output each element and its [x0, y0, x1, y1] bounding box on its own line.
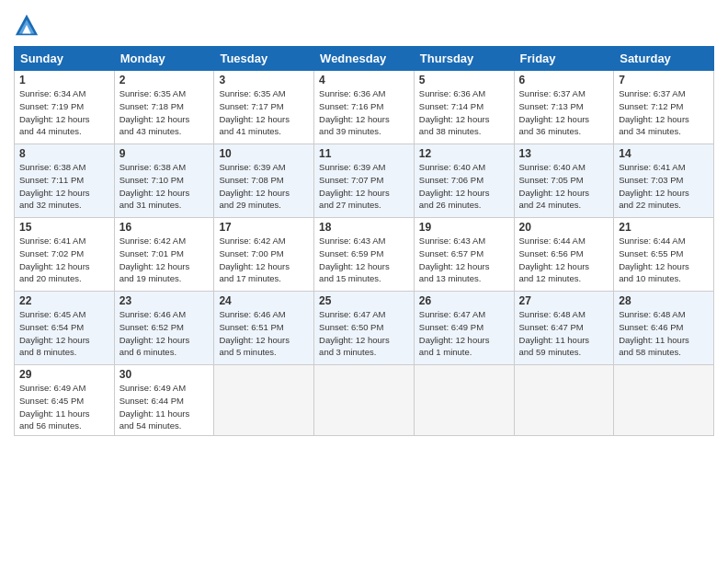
calendar-cell: 23Sunrise: 6:46 AMSunset: 6:52 PMDayligh… [114, 292, 214, 365]
day-info: Sunrise: 6:47 AMSunset: 6:50 PMDaylight:… [319, 308, 409, 359]
calendar-cell: 29Sunrise: 6:49 AMSunset: 6:45 PMDayligh… [15, 365, 115, 436]
calendar-cell: 25Sunrise: 6:47 AMSunset: 6:50 PMDayligh… [314, 292, 415, 365]
day-number: 20 [519, 221, 609, 234]
day-number: 13 [519, 147, 609, 160]
day-info: Sunrise: 6:43 AMSunset: 6:59 PMDaylight:… [319, 235, 409, 285]
calendar-cell: 8Sunrise: 6:38 AMSunset: 7:11 PMDaylight… [15, 144, 115, 218]
day-number: 5 [419, 74, 509, 86]
day-info: Sunrise: 6:41 AMSunset: 7:02 PMDaylight:… [19, 235, 109, 285]
day-number: 4 [319, 74, 409, 86]
day-number: 24 [219, 294, 309, 307]
calendar-week-row: 8Sunrise: 6:38 AMSunset: 7:11 PMDaylight… [15, 144, 714, 218]
calendar-cell: 16Sunrise: 6:42 AMSunset: 7:01 PMDayligh… [114, 218, 214, 292]
calendar-cell: 12Sunrise: 6:40 AMSunset: 7:06 PMDayligh… [414, 144, 514, 218]
day-info: Sunrise: 6:42 AMSunset: 7:01 PMDaylight:… [119, 235, 210, 285]
calendar-cell [414, 365, 514, 436]
day-number: 3 [219, 74, 309, 86]
calendar-cell: 3Sunrise: 6:35 AMSunset: 7:17 PMDaylight… [214, 71, 314, 144]
day-info: Sunrise: 6:37 AMSunset: 7:13 PMDaylight:… [519, 87, 609, 138]
day-info: Sunrise: 6:37 AMSunset: 7:12 PMDaylight:… [619, 87, 709, 138]
calendar-cell: 27Sunrise: 6:48 AMSunset: 6:47 PMDayligh… [514, 292, 614, 365]
day-number: 7 [619, 74, 709, 86]
day-number: 6 [519, 74, 609, 86]
day-number: 15 [19, 221, 109, 234]
calendar-cell: 22Sunrise: 6:45 AMSunset: 6:54 PMDayligh… [15, 292, 115, 365]
day-number: 23 [119, 294, 210, 307]
day-info: Sunrise: 6:47 AMSunset: 6:49 PMDaylight:… [419, 308, 509, 359]
day-info: Sunrise: 6:48 AMSunset: 6:47 PMDaylight:… [519, 308, 609, 359]
day-info: Sunrise: 6:39 AMSunset: 7:08 PMDaylight:… [219, 161, 309, 212]
day-info: Sunrise: 6:45 AMSunset: 6:54 PMDaylight:… [19, 308, 109, 359]
day-info: Sunrise: 6:34 AMSunset: 7:19 PMDaylight:… [19, 87, 109, 138]
calendar-week-row: 22Sunrise: 6:45 AMSunset: 6:54 PMDayligh… [15, 292, 714, 365]
day-number: 26 [419, 294, 509, 307]
day-number: 2 [119, 74, 210, 86]
logo-icon [14, 13, 40, 39]
calendar-cell: 5Sunrise: 6:36 AMSunset: 7:14 PMDaylight… [414, 71, 514, 144]
calendar-cell [614, 365, 714, 436]
calendar-cell: 7Sunrise: 6:37 AMSunset: 7:12 PMDaylight… [614, 71, 714, 144]
calendar-cell: 6Sunrise: 6:37 AMSunset: 7:13 PMDaylight… [514, 71, 614, 144]
day-info: Sunrise: 6:46 AMSunset: 6:52 PMDaylight:… [119, 308, 210, 359]
calendar-cell: 1Sunrise: 6:34 AMSunset: 7:19 PMDaylight… [15, 71, 115, 144]
day-number: 8 [19, 147, 109, 160]
logo [14, 13, 43, 39]
calendar-cell [314, 365, 415, 436]
day-number: 12 [419, 147, 509, 160]
day-info: Sunrise: 6:40 AMSunset: 7:05 PMDaylight:… [519, 161, 609, 212]
day-number: 28 [619, 294, 709, 307]
day-info: Sunrise: 6:49 AMSunset: 6:45 PMDaylight:… [19, 382, 109, 432]
calendar-cell: 21Sunrise: 6:44 AMSunset: 6:55 PMDayligh… [614, 218, 714, 292]
calendar-header-monday: Monday [114, 47, 214, 71]
day-info: Sunrise: 6:36 AMSunset: 7:16 PMDaylight:… [319, 87, 409, 138]
calendar-header-wednesday: Wednesday [314, 47, 415, 71]
day-number: 18 [319, 221, 409, 234]
day-info: Sunrise: 6:38 AMSunset: 7:11 PMDaylight:… [19, 161, 109, 212]
day-info: Sunrise: 6:49 AMSunset: 6:44 PMDaylight:… [119, 382, 210, 432]
day-number: 11 [319, 147, 409, 160]
calendar-header-row: SundayMondayTuesdayWednesdayThursdayFrid… [15, 47, 714, 71]
calendar-week-row: 1Sunrise: 6:34 AMSunset: 7:19 PMDaylight… [15, 71, 714, 144]
day-number: 25 [319, 294, 409, 307]
page: SundayMondayTuesdayWednesdayThursdayFrid… [0, 0, 728, 563]
day-number: 1 [19, 74, 109, 86]
header [14, 9, 714, 39]
day-info: Sunrise: 6:44 AMSunset: 6:56 PMDaylight:… [519, 235, 609, 285]
day-number: 27 [519, 294, 609, 307]
calendar-cell: 9Sunrise: 6:38 AMSunset: 7:10 PMDaylight… [114, 144, 214, 218]
day-info: Sunrise: 6:48 AMSunset: 6:46 PMDaylight:… [619, 308, 709, 359]
day-info: Sunrise: 6:36 AMSunset: 7:14 PMDaylight:… [419, 87, 509, 138]
calendar-cell: 4Sunrise: 6:36 AMSunset: 7:16 PMDaylight… [314, 71, 415, 144]
calendar-cell [214, 365, 314, 436]
calendar-week-row: 15Sunrise: 6:41 AMSunset: 7:02 PMDayligh… [15, 218, 714, 292]
calendar-week-row: 29Sunrise: 6:49 AMSunset: 6:45 PMDayligh… [15, 365, 714, 436]
day-number: 16 [119, 221, 210, 234]
day-number: 22 [19, 294, 109, 307]
calendar-cell [514, 365, 614, 436]
day-number: 30 [119, 368, 210, 381]
day-info: Sunrise: 6:42 AMSunset: 7:00 PMDaylight:… [219, 235, 309, 285]
calendar-cell: 26Sunrise: 6:47 AMSunset: 6:49 PMDayligh… [414, 292, 514, 365]
calendar-cell: 17Sunrise: 6:42 AMSunset: 7:00 PMDayligh… [214, 218, 314, 292]
calendar-header-sunday: Sunday [15, 47, 115, 71]
calendar-cell: 2Sunrise: 6:35 AMSunset: 7:18 PMDaylight… [114, 71, 214, 144]
calendar-cell: 11Sunrise: 6:39 AMSunset: 7:07 PMDayligh… [314, 144, 415, 218]
day-info: Sunrise: 6:46 AMSunset: 6:51 PMDaylight:… [219, 308, 309, 359]
calendar-header-saturday: Saturday [614, 47, 714, 71]
calendar-cell: 20Sunrise: 6:44 AMSunset: 6:56 PMDayligh… [514, 218, 614, 292]
day-info: Sunrise: 6:41 AMSunset: 7:03 PMDaylight:… [619, 161, 709, 212]
day-info: Sunrise: 6:39 AMSunset: 7:07 PMDaylight:… [319, 161, 409, 212]
day-number: 17 [219, 221, 309, 234]
day-number: 10 [219, 147, 309, 160]
calendar-header-tuesday: Tuesday [214, 47, 314, 71]
day-number: 14 [619, 147, 709, 160]
calendar-cell: 13Sunrise: 6:40 AMSunset: 7:05 PMDayligh… [514, 144, 614, 218]
calendar-cell: 28Sunrise: 6:48 AMSunset: 6:46 PMDayligh… [614, 292, 714, 365]
calendar-cell: 10Sunrise: 6:39 AMSunset: 7:08 PMDayligh… [214, 144, 314, 218]
calendar-header-thursday: Thursday [414, 47, 514, 71]
day-info: Sunrise: 6:43 AMSunset: 6:57 PMDaylight:… [419, 235, 509, 285]
day-info: Sunrise: 6:44 AMSunset: 6:55 PMDaylight:… [619, 235, 709, 285]
calendar-cell: 14Sunrise: 6:41 AMSunset: 7:03 PMDayligh… [614, 144, 714, 218]
day-info: Sunrise: 6:40 AMSunset: 7:06 PMDaylight:… [419, 161, 509, 212]
calendar-cell: 19Sunrise: 6:43 AMSunset: 6:57 PMDayligh… [414, 218, 514, 292]
